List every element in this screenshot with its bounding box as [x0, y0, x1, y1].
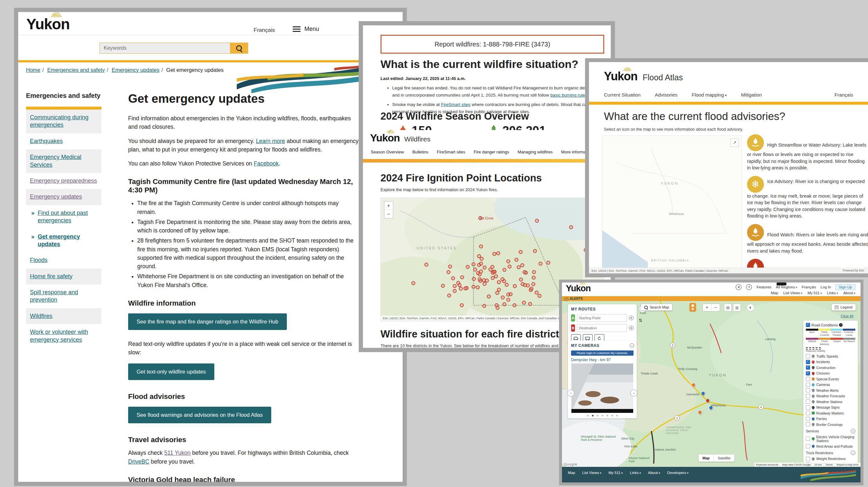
nav-managing[interactable]: Managing wildfires	[518, 150, 553, 155]
yukon-logo[interactable]: Yukon	[370, 133, 400, 143]
sidebar-item-earthquakes[interactable]: Earthquakes	[26, 133, 101, 149]
legend-item-closures[interactable]: Closures	[806, 371, 855, 376]
flood-atlas-button[interactable]: See flood warnings and advisories on the…	[128, 407, 271, 423]
sidebar-item-home-fire[interactable]: Home fire safety	[26, 268, 101, 285]
sidebar-item-ems[interactable]: Emergency Medical Services	[26, 149, 101, 173]
nav-current-situation[interactable]: Current Situation	[604, 92, 641, 98]
facebook-link[interactable]: Facebook	[254, 160, 279, 167]
signup-button[interactable]: Sign Up	[835, 284, 855, 290]
nav-my511[interactable]: My 511	[807, 291, 822, 295]
locate-icon[interactable]	[629, 326, 633, 330]
signs-layer-icon[interactable]: ▥	[733, 304, 741, 312]
map-zoom-control[interactable]: +−	[384, 201, 393, 219]
x-social-icon[interactable]: X	[736, 284, 742, 290]
legend-item-ferries[interactable]: Ferries	[806, 417, 855, 421]
drivebc-link[interactable]: DriveBC	[128, 458, 149, 465]
nav-list-views[interactable]: List Views	[783, 291, 803, 295]
map-toggle-map[interactable]: Map	[699, 454, 714, 462]
nav-firesmart[interactable]: FireSmart sites	[437, 150, 465, 155]
footer-my511[interactable]: My 511	[609, 471, 623, 475]
map-type-toggle[interactable]: Map Satellite	[699, 454, 734, 462]
camera-image[interactable]	[571, 363, 633, 413]
road-conditions-checkbox[interactable]	[806, 323, 810, 327]
yukon-logo[interactable]: Yukon	[566, 284, 591, 293]
sidebar-item-volunteer[interactable]: Work or volunteer with emergency service…	[26, 324, 101, 348]
wildfire-hub-button[interactable]: See the fire map and fire danger ratings…	[128, 314, 287, 330]
sidebar-item-spill[interactable]: Spill response and prevention	[26, 285, 101, 308]
road-map[interactable]: 2 4 1 Tombstone Territorial Park McQuest…	[562, 301, 861, 467]
sidebar-item-preparedness[interactable]: Emergency preparedness	[26, 173, 101, 189]
zoom-control[interactable]: +−	[703, 304, 720, 312]
sidebar-item-wildfires[interactable]: Wildfires	[26, 308, 101, 324]
nav-bulletins[interactable]: Bulletins	[412, 150, 428, 155]
language-link[interactable]: Français	[802, 285, 816, 289]
nav-about[interactable]: About	[843, 291, 855, 295]
keyboard-shortcuts-link[interactable]: Keyboard shortcuts	[756, 463, 779, 467]
camera-pagination-dots[interactable]	[571, 415, 633, 417]
legend-item-incidents[interactable]: Incidents	[806, 360, 855, 364]
alerts-bar[interactable]: !ALERTS	[562, 296, 861, 301]
legend-item-rest-areas[interactable]: Rest Areas and Pullouts	[806, 444, 855, 448]
all-regions-dropdown[interactable]: All Regions	[776, 285, 797, 289]
expand-map-icon[interactable]: ↗	[731, 138, 739, 147]
sidebar-item-communicating[interactable]: Communicating during emergencies	[26, 109, 101, 133]
legend-item-weather-stations[interactable]: Weather Stations	[806, 399, 855, 404]
legend-item-traffic[interactable]: Traffic Speeds	[806, 354, 855, 358]
legend-item-construction[interactable]: Construction	[806, 365, 855, 370]
nav-fire-danger[interactable]: Fire danger ratings	[473, 150, 509, 155]
clear-all-link[interactable]: Clear All	[841, 314, 854, 318]
language-link[interactable]: Français	[835, 92, 854, 98]
nav-advisories[interactable]: Advisories	[655, 92, 677, 98]
starting-point-input[interactable]	[577, 314, 627, 322]
terms-link[interactable]: Terms	[826, 463, 833, 467]
footer-about[interactable]: About	[648, 471, 660, 475]
report-error-link[interactable]: Report a map error	[836, 463, 859, 467]
sidebar-item-updates[interactable]: Emergency updates	[26, 189, 101, 205]
prev-camera-button[interactable]: ‹	[567, 389, 574, 397]
firesmart-link[interactable]: FireSmart sites	[441, 102, 471, 107]
legend-item-cameras[interactable]: Cameras	[806, 383, 855, 387]
pegman-icon[interactable]	[689, 303, 696, 312]
help-icon[interactable]: ?	[839, 323, 843, 327]
footer-links[interactable]: Links	[630, 471, 641, 475]
map-toggle-satellite[interactable]: Satellite	[714, 454, 734, 462]
search-input[interactable]	[99, 42, 230, 54]
sidebar-item-past-emergencies[interactable]: Find out about past emergencies	[26, 205, 101, 229]
legend-item-weather-alerts[interactable]: Weather Alerts	[806, 388, 855, 392]
footer-developers[interactable]: Developers	[667, 471, 688, 475]
water-advisory-icon[interactable]	[747, 134, 764, 151]
nav-flood-mapping[interactable]: Flood mapping	[692, 92, 727, 98]
legend-item-ev-charging[interactable]: Electric Vehicle Charging Stations	[806, 435, 855, 443]
features-link[interactable]: Features	[756, 285, 771, 289]
breadcrumb-updates[interactable]: Emergency updates	[112, 67, 159, 73]
contrast-toggle-icon[interactable]: ◐	[747, 304, 754, 312]
breadcrumb-home[interactable]: Home	[26, 67, 40, 73]
footer-map[interactable]: Map	[568, 471, 575, 475]
learn-more-link[interactable]: Learn more	[256, 138, 285, 144]
legend-item-roadway-markers[interactable]: Roadway Markers	[806, 411, 855, 415]
breadcrumb-emergencies[interactable]: Emergencies and safety	[47, 67, 105, 73]
search-button[interactable]	[230, 42, 248, 54]
nav-map[interactable]: Map	[771, 291, 778, 295]
ice-advisory-icon[interactable]: ❄	[747, 176, 764, 193]
sidebar-item-get-updates[interactable]: Get emergency updates	[26, 229, 101, 253]
nav-mitigation[interactable]: Mitigation	[741, 92, 762, 98]
legend-item-message-signs[interactable]: Message Signs	[806, 405, 855, 410]
footer-list-views[interactable]: List Views	[582, 471, 601, 475]
destination-input[interactable]	[577, 324, 627, 332]
legend-item-weather-forecasts[interactable]: Weather Forecasts	[806, 394, 855, 398]
sidebar-item-floods[interactable]: Floods	[26, 252, 101, 268]
yukon-logo[interactable]: Yukon	[604, 70, 638, 82]
railroad-layer-icon[interactable]: ▤	[724, 304, 732, 312]
legend-button[interactable]: Legend	[831, 304, 856, 311]
legend-item-weight[interactable]: Weight Restrictions	[806, 457, 855, 461]
search-map-button[interactable]: Search Map	[641, 304, 673, 311]
locate-icon[interactable]	[629, 316, 633, 320]
nav-links[interactable]: Links	[827, 291, 838, 295]
511-yukon-link[interactable]: 511 Yukon	[164, 450, 191, 456]
collapse-services-icon[interactable]: −	[851, 429, 855, 433]
language-link[interactable]: Français	[254, 27, 275, 33]
collapse-cameras-icon[interactable]: −	[630, 343, 634, 348]
camera-label[interactable]: Dempster Hwy - km 97	[571, 358, 633, 362]
menu-button[interactable]: Menu	[293, 25, 319, 33]
